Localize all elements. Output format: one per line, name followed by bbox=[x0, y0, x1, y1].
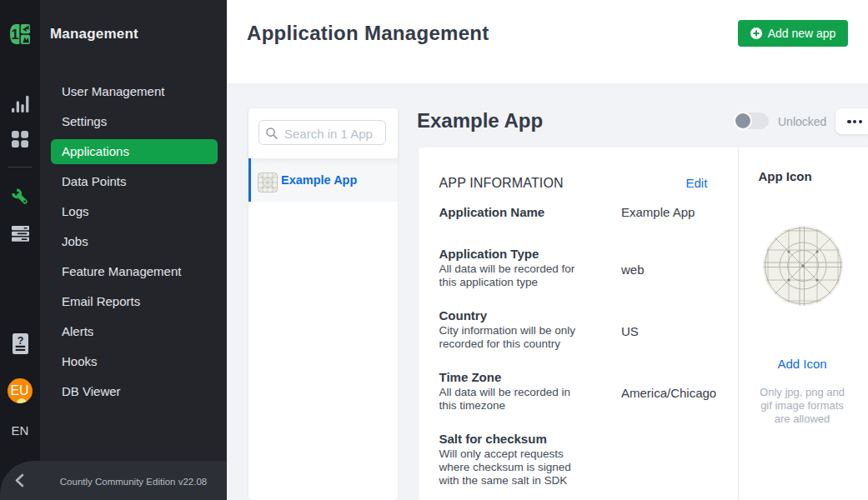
svg-text:1: 1 bbox=[12, 27, 19, 41]
svg-text:?: ? bbox=[17, 334, 23, 346]
